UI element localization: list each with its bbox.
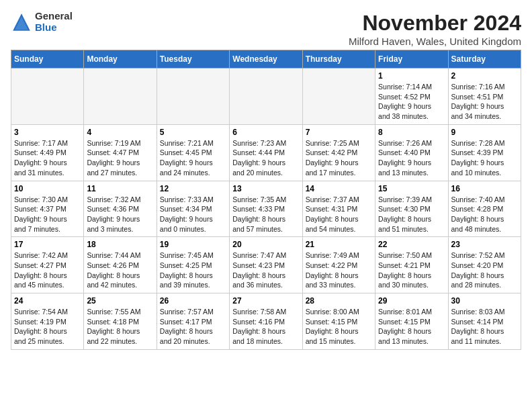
day-info: Sunrise: 7:35 AM Sunset: 4:33 PM Dayligh… <box>232 195 299 234</box>
day-number: 29 <box>378 296 445 306</box>
day-info: Sunrise: 7:19 AM Sunset: 4:47 PM Dayligh… <box>87 138 153 178</box>
day-info: Sunrise: 7:17 AM Sunset: 4:49 PM Dayligh… <box>14 138 81 178</box>
weekday-header-row: SundayMondayTuesdayWednesdayThursdayFrid… <box>11 50 521 68</box>
calendar-cell: 6Sunrise: 7:23 AM Sunset: 4:44 PM Daylig… <box>230 124 302 181</box>
day-info: Sunrise: 7:33 AM Sunset: 4:34 PM Dayligh… <box>160 195 226 234</box>
day-number: 24 <box>14 296 81 306</box>
day-info: Sunrise: 7:47 AM Sunset: 4:23 PM Dayligh… <box>232 250 299 290</box>
day-number: 6 <box>232 128 299 137</box>
day-number: 7 <box>306 128 372 137</box>
week-row-5: 24Sunrise: 7:54 AM Sunset: 4:19 PM Dayli… <box>11 293 521 350</box>
day-info: Sunrise: 7:57 AM Sunset: 4:17 PM Dayligh… <box>160 307 226 347</box>
day-info: Sunrise: 7:54 AM Sunset: 4:19 PM Dayligh… <box>14 307 81 347</box>
calendar-cell <box>84 68 157 125</box>
day-number: 22 <box>378 240 445 249</box>
day-info: Sunrise: 7:45 AM Sunset: 4:25 PM Dayligh… <box>160 250 226 290</box>
day-number: 4 <box>87 128 153 137</box>
day-number: 16 <box>451 184 518 193</box>
weekday-header-saturday: Saturday <box>448 50 521 68</box>
calendar-cell: 10Sunrise: 7:30 AM Sunset: 4:37 PM Dayli… <box>11 181 84 237</box>
day-info: Sunrise: 7:49 AM Sunset: 4:22 PM Dayligh… <box>306 250 372 290</box>
calendar-cell: 1Sunrise: 7:14 AM Sunset: 4:52 PM Daylig… <box>375 68 448 125</box>
day-number: 27 <box>232 296 299 306</box>
week-row-1: 1Sunrise: 7:14 AM Sunset: 4:52 PM Daylig… <box>11 68 521 125</box>
month-title: November 2024 <box>349 11 521 36</box>
day-number: 9 <box>451 128 518 137</box>
day-info: Sunrise: 7:23 AM Sunset: 4:44 PM Dayligh… <box>232 138 299 178</box>
logo: General Blue <box>11 11 73 33</box>
calendar-cell: 21Sunrise: 7:49 AM Sunset: 4:22 PM Dayli… <box>302 237 375 293</box>
day-info: Sunrise: 7:44 AM Sunset: 4:26 PM Dayligh… <box>87 250 153 290</box>
day-number: 26 <box>160 296 226 306</box>
day-info: Sunrise: 8:00 AM Sunset: 4:15 PM Dayligh… <box>306 307 372 347</box>
day-info: Sunrise: 7:28 AM Sunset: 4:39 PM Dayligh… <box>451 138 518 178</box>
day-info: Sunrise: 8:03 AM Sunset: 4:14 PM Dayligh… <box>451 307 518 347</box>
calendar-cell: 25Sunrise: 7:55 AM Sunset: 4:18 PM Dayli… <box>84 293 157 350</box>
day-info: Sunrise: 7:39 AM Sunset: 4:30 PM Dayligh… <box>378 195 445 234</box>
logo-icon <box>11 11 32 33</box>
calendar-cell: 19Sunrise: 7:45 AM Sunset: 4:25 PM Dayli… <box>157 237 229 293</box>
calendar-cell: 29Sunrise: 8:01 AM Sunset: 4:15 PM Dayli… <box>375 293 448 350</box>
day-info: Sunrise: 7:50 AM Sunset: 4:21 PM Dayligh… <box>378 250 445 290</box>
weekday-header-wednesday: Wednesday <box>230 50 302 68</box>
day-info: Sunrise: 7:32 AM Sunset: 4:36 PM Dayligh… <box>87 195 153 234</box>
day-number: 20 <box>232 240 299 249</box>
calendar-cell <box>157 68 229 125</box>
day-number: 8 <box>378 128 445 137</box>
day-number: 1 <box>378 71 445 81</box>
calendar-cell: 8Sunrise: 7:26 AM Sunset: 4:40 PM Daylig… <box>375 124 448 181</box>
week-row-2: 3Sunrise: 7:17 AM Sunset: 4:49 PM Daylig… <box>11 124 521 181</box>
day-number: 21 <box>306 240 372 249</box>
week-row-4: 17Sunrise: 7:42 AM Sunset: 4:27 PM Dayli… <box>11 237 521 293</box>
day-info: Sunrise: 7:40 AM Sunset: 4:28 PM Dayligh… <box>451 195 518 234</box>
day-number: 12 <box>160 184 226 193</box>
calendar-cell: 2Sunrise: 7:16 AM Sunset: 4:51 PM Daylig… <box>448 68 521 125</box>
day-number: 28 <box>306 296 372 306</box>
calendar-cell <box>302 68 375 125</box>
day-number: 3 <box>14 128 81 137</box>
calendar-cell: 16Sunrise: 7:40 AM Sunset: 4:28 PM Dayli… <box>448 181 521 237</box>
day-info: Sunrise: 7:55 AM Sunset: 4:18 PM Dayligh… <box>87 307 153 347</box>
day-number: 10 <box>14 184 81 193</box>
calendar-cell: 18Sunrise: 7:44 AM Sunset: 4:26 PM Dayli… <box>84 237 157 293</box>
day-info: Sunrise: 7:14 AM Sunset: 4:52 PM Dayligh… <box>378 82 445 122</box>
calendar-cell: 9Sunrise: 7:28 AM Sunset: 4:39 PM Daylig… <box>448 124 521 181</box>
calendar-cell: 24Sunrise: 7:54 AM Sunset: 4:19 PM Dayli… <box>11 293 84 350</box>
calendar-cell: 15Sunrise: 7:39 AM Sunset: 4:30 PM Dayli… <box>375 181 448 237</box>
day-info: Sunrise: 7:42 AM Sunset: 4:27 PM Dayligh… <box>14 250 81 290</box>
weekday-header-sunday: Sunday <box>11 50 84 68</box>
location-title: Milford Haven, Wales, United Kingdom <box>349 36 521 47</box>
day-info: Sunrise: 7:26 AM Sunset: 4:40 PM Dayligh… <box>378 138 445 178</box>
day-number: 2 <box>451 71 518 81</box>
week-row-3: 10Sunrise: 7:30 AM Sunset: 4:37 PM Dayli… <box>11 181 521 237</box>
day-number: 13 <box>232 184 299 193</box>
calendar-cell: 28Sunrise: 8:00 AM Sunset: 4:15 PM Dayli… <box>302 293 375 350</box>
weekday-header-thursday: Thursday <box>302 50 375 68</box>
calendar-cell: 3Sunrise: 7:17 AM Sunset: 4:49 PM Daylig… <box>11 124 84 181</box>
day-info: Sunrise: 8:01 AM Sunset: 4:15 PM Dayligh… <box>378 307 445 347</box>
day-number: 5 <box>160 128 226 137</box>
calendar-table: SundayMondayTuesdayWednesdayThursdayFrid… <box>11 50 521 350</box>
calendar-cell: 26Sunrise: 7:57 AM Sunset: 4:17 PM Dayli… <box>157 293 229 350</box>
day-number: 11 <box>87 184 153 193</box>
calendar-cell: 17Sunrise: 7:42 AM Sunset: 4:27 PM Dayli… <box>11 237 84 293</box>
logo-general-label: General <box>35 11 73 22</box>
calendar-cell <box>230 68 302 125</box>
day-info: Sunrise: 7:25 AM Sunset: 4:42 PM Dayligh… <box>306 138 372 178</box>
title-area: November 2024 Milford Haven, Wales, Unit… <box>349 11 521 47</box>
day-info: Sunrise: 7:16 AM Sunset: 4:51 PM Dayligh… <box>451 82 518 122</box>
day-number: 17 <box>14 240 81 249</box>
calendar-cell: 14Sunrise: 7:37 AM Sunset: 4:31 PM Dayli… <box>302 181 375 237</box>
calendar-cell: 11Sunrise: 7:32 AM Sunset: 4:36 PM Dayli… <box>84 181 157 237</box>
day-number: 23 <box>451 240 518 249</box>
weekday-header-monday: Monday <box>84 50 157 68</box>
day-info: Sunrise: 7:52 AM Sunset: 4:20 PM Dayligh… <box>451 250 518 290</box>
logo-blue-label: Blue <box>35 22 73 34</box>
day-number: 30 <box>451 296 518 306</box>
calendar-cell: 23Sunrise: 7:52 AM Sunset: 4:20 PM Dayli… <box>448 237 521 293</box>
day-info: Sunrise: 7:37 AM Sunset: 4:31 PM Dayligh… <box>306 195 372 234</box>
day-number: 18 <box>87 240 153 249</box>
calendar-cell: 13Sunrise: 7:35 AM Sunset: 4:33 PM Dayli… <box>230 181 302 237</box>
day-info: Sunrise: 7:58 AM Sunset: 4:16 PM Dayligh… <box>232 307 299 347</box>
weekday-header-tuesday: Tuesday <box>157 50 229 68</box>
